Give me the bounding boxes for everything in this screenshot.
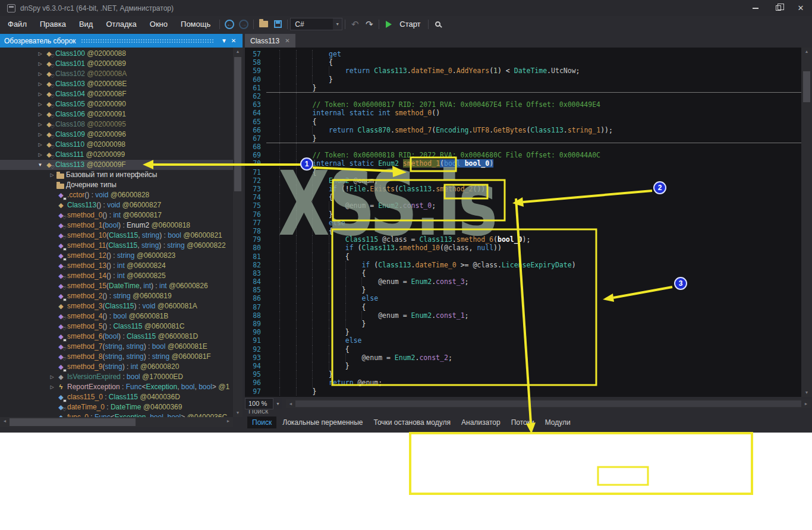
code-vertical-scrollbar[interactable]: ▲ ▼	[801, 48, 812, 397]
start-label[interactable]: Старт	[396, 20, 425, 29]
tree-row[interactable]: Class113() : void @06000827	[0, 200, 233, 210]
collapsed-icon[interactable]: ▷	[36, 119, 45, 130]
search-button[interactable]	[431, 17, 445, 31]
bottom-tab-4[interactable]: Анализатор	[457, 417, 505, 428]
tree-row[interactable]: ▷♡Class104 @0200008F	[0, 89, 233, 99]
tree-row[interactable]: ♡smethod_13() : int @06000824	[0, 261, 233, 271]
tree-row[interactable]: ♡smethod_1(bool) : Enum2 @06000818	[0, 220, 233, 231]
tree-row[interactable]: smethod_6(bool) : Class115 @0600081D	[0, 332, 233, 342]
bottom-tab-2[interactable]: Локальные переменные	[278, 417, 367, 428]
tree-row[interactable]: ♡smethod_4() : bool @0600081B	[0, 311, 233, 321]
minimize-button[interactable]	[744, 0, 767, 16]
assembly-explorer-header[interactable]: Обозреватель сборок ▼ ✕	[0, 34, 243, 48]
save-all-button[interactable]	[270, 17, 285, 31]
menu-item-Помощь[interactable]: Помощь	[174, 18, 217, 31]
tree-row[interactable]: ▷♡Class109 @02000096	[0, 130, 233, 140]
bottom-tab-5[interactable]: Потоки	[506, 417, 539, 428]
undo-button[interactable]: ↶	[348, 17, 362, 31]
scrollbar-thumb[interactable]	[295, 400, 801, 407]
tree-row[interactable]: ♡func_0 : Func<Exception, bool, bool> @0…	[0, 412, 233, 417]
panel-menu-button[interactable]: ▼	[219, 37, 229, 44]
collapsed-icon[interactable]: ▷	[36, 99, 45, 109]
scrollbar-thumb[interactable]	[10, 418, 136, 426]
start-debug-button[interactable]	[382, 17, 396, 31]
tree-row[interactable]: ▷♡Class105 @02000090	[0, 99, 233, 109]
collapsed-icon[interactable]: ▷	[48, 372, 56, 382]
tree-row[interactable]: Дочерние типы	[0, 180, 233, 190]
tree-row[interactable]: ▷♡Class111 @02000099	[0, 150, 233, 160]
tree-row[interactable]: .cctor() : void @06000828	[0, 190, 233, 200]
tree-row[interactable]: smethod_2() : string @06000819	[0, 291, 233, 301]
bottom-tab-6[interactable]: Модули	[540, 417, 575, 428]
restore-button[interactable]	[767, 0, 789, 16]
zoom-level-select[interactable]: 100 %	[245, 398, 273, 409]
tree-row[interactable]: ▼♡Class113 @0200009F	[0, 160, 233, 170]
navigate-forward-button[interactable]: →	[237, 17, 251, 31]
scroll-down-icon[interactable]: ▼	[233, 409, 243, 417]
menu-item-Окно[interactable]: Окно	[143, 18, 174, 31]
tree-row[interactable]: smethod_9(string) : int @06000820	[0, 362, 233, 372]
tree-row[interactable]: ▷♡Class106 @02000091	[0, 109, 233, 119]
tree-row[interactable]: ▷♡Class100 @02000088	[0, 49, 233, 59]
collapsed-icon[interactable]: ▷	[36, 69, 45, 79]
redo-button[interactable]: ↷	[362, 17, 376, 31]
menu-item-Правка[interactable]: Правка	[33, 18, 73, 31]
tree-row[interactable]: ▷♡Class110 @02000098	[0, 140, 233, 150]
language-select[interactable]: C# ▼	[290, 18, 342, 30]
tree-row[interactable]: ▷IsVersionExpired : bool @170000ED	[0, 372, 233, 382]
expanded-icon[interactable]: ▼	[36, 160, 45, 170]
tree-row[interactable]: ♡smethod_5() : Class115 @0600081C	[0, 321, 233, 332]
code-horizontal-scrollbar[interactable]: ◄ ►	[286, 399, 811, 408]
collapsed-icon[interactable]: ▷	[36, 130, 45, 140]
tree-row[interactable]: ♡smethod_10(Class115, string) : bool @06…	[0, 231, 233, 241]
collapsed-icon[interactable]: ▷	[36, 140, 45, 150]
open-button[interactable]	[256, 17, 270, 31]
collapsed-icon[interactable]: ▷	[36, 89, 45, 99]
scroll-down-icon[interactable]: ▼	[802, 389, 811, 397]
scroll-left-icon[interactable]: ◄	[286, 400, 295, 408]
scroll-left-icon[interactable]: ◄	[0, 417, 10, 425]
collapsed-icon[interactable]: ▷	[48, 170, 56, 180]
code-view[interactable]: 57get58{59return Class113.dateTime_0.Add…	[245, 48, 801, 397]
collapsed-icon[interactable]: ▷	[36, 109, 45, 119]
scroll-right-icon[interactable]: ►	[224, 417, 233, 425]
bottom-tab-1[interactable]: Поиск	[247, 417, 276, 428]
scrollbar-thumb[interactable]	[803, 71, 810, 102]
tree-row[interactable]: smethod_12() : string @06000823	[0, 251, 233, 261]
scrollbar-thumb[interactable]	[234, 57, 241, 191]
document-tab-class113[interactable]: Class113 ✕	[245, 34, 295, 48]
tree-row[interactable]: class115_0 : Class115 @0400036D	[0, 392, 233, 402]
tab-close-icon[interactable]: ✕	[285, 37, 289, 44]
collapsed-icon[interactable]: ▷	[36, 150, 45, 160]
tree-row[interactable]: smethod_3(Class115) : void @0600081A	[0, 301, 233, 311]
tree-row[interactable]: ▷♡Class101 @02000089	[0, 59, 233, 69]
scroll-up-icon[interactable]: ▲	[802, 48, 811, 56]
close-button[interactable]: ✕	[789, 0, 812, 16]
tree-row[interactable]: ▷♡Class108 @02000095	[0, 119, 233, 130]
menu-item-Файл[interactable]: Файл	[1, 18, 33, 31]
tree-row[interactable]: ▷♡Class103 @0200008E	[0, 79, 233, 89]
menu-item-Вид[interactable]: Вид	[73, 18, 100, 31]
tree-row[interactable]: ▷ReportException : Func<Exception, bool,…	[0, 382, 233, 392]
tree-row[interactable]: ♡smethod_8(string, string) : string @060…	[0, 352, 233, 362]
assembly-tree[interactable]: ▷♡Class100 @02000088▷♡Class101 @02000089…	[0, 48, 233, 417]
tree-horizontal-scrollbar[interactable]: ◄ ►	[0, 417, 233, 427]
tree-row[interactable]: ▷Базовый тип и интерфейсы	[0, 170, 233, 180]
tree-row[interactable]: smethod_11(Class115, string) : string @0…	[0, 241, 233, 251]
scroll-right-icon[interactable]: ►	[801, 400, 811, 408]
panel-close-button[interactable]: ✕	[229, 37, 238, 44]
bottom-tab-3[interactable]: Точки останова модуля	[369, 417, 456, 428]
tree-row[interactable]: ♡smethod_7(string, string) : bool @06000…	[0, 342, 233, 352]
tree-row[interactable]: ▷♡Class102 @0200008A	[0, 69, 233, 79]
menu-item-Отладка[interactable]: Отладка	[99, 18, 143, 31]
collapsed-icon[interactable]: ▷	[36, 59, 45, 69]
scroll-up-icon[interactable]: ▲	[233, 48, 243, 56]
chevron-down-icon[interactable]: ▼	[273, 398, 282, 409]
collapsed-icon[interactable]: ▷	[36, 49, 45, 59]
tree-row[interactable]: ♡smethod_14() : int @06000825	[0, 271, 233, 281]
tree-row[interactable]: ♡smethod_15(DateTime, int) : int @060008…	[0, 281, 233, 291]
tree-vertical-scrollbar[interactable]: ▲ ▼	[233, 48, 243, 417]
collapsed-icon[interactable]: ▷	[36, 79, 45, 89]
navigate-back-button[interactable]: ←	[222, 17, 237, 31]
tree-row[interactable]: ♡dateTime_0 : DateTime @04000369	[0, 402, 233, 412]
